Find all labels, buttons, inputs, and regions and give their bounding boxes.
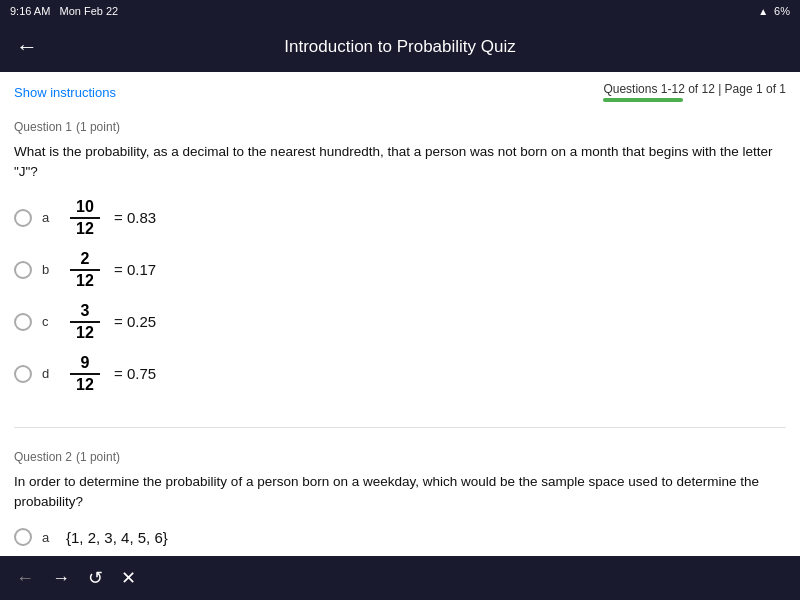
radio-1d[interactable] xyxy=(14,365,32,383)
question-2-number: Question 2 xyxy=(14,450,72,464)
status-date: Mon Feb 22 xyxy=(60,5,119,17)
option-1c[interactable]: c 3 12 = 0.25 xyxy=(14,303,786,341)
question-block-2: Question 2 (1 point) In order to determi… xyxy=(14,448,786,557)
radio-1c[interactable] xyxy=(14,313,32,331)
progress-bar-fill xyxy=(603,98,683,102)
progress-bar xyxy=(603,98,683,102)
option-1a[interactable]: a 10 12 = 0.83 xyxy=(14,199,786,237)
page-title: Introduction to Probability Quiz xyxy=(284,37,516,57)
nav-forward-button[interactable]: → xyxy=(52,568,70,589)
question-2-text: In order to determine the probability of… xyxy=(14,472,786,513)
radio-1a[interactable] xyxy=(14,209,32,227)
top-bar: Show instructions Questions 1-12 of 12 |… xyxy=(0,72,800,108)
equals-1b: = 0.17 xyxy=(114,261,156,278)
show-instructions-link[interactable]: Show instructions xyxy=(14,85,116,100)
option-label-1d: d xyxy=(42,366,56,381)
fraction-1d: 9 12 xyxy=(70,355,100,393)
value-2a: {1, 2, 3, 4, 5, 6} xyxy=(66,529,168,546)
fraction-num-1c: 3 xyxy=(81,303,90,319)
question-1-number: Question 1 xyxy=(14,120,72,134)
close-button[interactable]: ✕ xyxy=(121,567,136,589)
fraction-num-1d: 9 xyxy=(81,355,90,371)
equals-1c: = 0.25 xyxy=(114,313,156,330)
question-2-header: Question 2 (1 point) xyxy=(14,448,786,464)
fraction-den-1a: 12 xyxy=(76,221,94,237)
fraction-num-1a: 10 xyxy=(76,199,94,215)
fraction-den-1c: 12 xyxy=(76,325,94,341)
fraction-bar-1d xyxy=(70,373,100,375)
option-1d[interactable]: d 9 12 = 0.75 xyxy=(14,355,786,393)
equals-1a: = 0.83 xyxy=(114,209,156,226)
status-time-date: 9:16 AM Mon Feb 22 xyxy=(10,5,118,17)
equals-1d: = 0.75 xyxy=(114,365,156,382)
fraction-den-1d: 12 xyxy=(76,377,94,393)
question-block-1: Question 1 (1 point) What is the probabi… xyxy=(14,118,786,428)
wifi-icon xyxy=(758,5,768,17)
question-1-header: Question 1 (1 point) xyxy=(14,118,786,134)
fraction-bar-1a xyxy=(70,217,100,219)
option-label-1a: a xyxy=(42,210,56,225)
option-label-1b: b xyxy=(42,262,56,277)
question-1-points: (1 point) xyxy=(76,120,120,134)
option-2a[interactable]: a {1, 2, 3, 4, 5, 6} xyxy=(14,528,786,546)
battery-level: 6% xyxy=(774,5,790,17)
fraction-num-1b: 2 xyxy=(81,251,90,267)
questions-info: Questions 1-12 of 12 | Page 1 of 1 xyxy=(603,82,786,96)
fraction-bar-1c xyxy=(70,321,100,323)
question-2-points: (1 point) xyxy=(76,450,120,464)
radio-1b[interactable] xyxy=(14,261,32,279)
header: ← Introduction to Probability Quiz xyxy=(0,22,800,72)
radio-2a[interactable] xyxy=(14,528,32,546)
questions-info-container: Questions 1-12 of 12 | Page 1 of 1 xyxy=(603,82,786,102)
status-bar: 9:16 AM Mon Feb 22 6% xyxy=(0,0,800,22)
status-icons: 6% xyxy=(758,5,790,17)
fraction-1b: 2 12 xyxy=(70,251,100,289)
question-1-text: What is the probability, as a decimal to… xyxy=(14,142,786,183)
bottom-nav: ← → ↺ ✕ xyxy=(0,556,800,600)
status-time: 9:16 AM xyxy=(10,5,50,17)
nav-back-button[interactable]: ← xyxy=(16,568,34,589)
refresh-button[interactable]: ↺ xyxy=(88,567,103,589)
quiz-scroll: Question 1 (1 point) What is the probabi… xyxy=(0,108,800,556)
fraction-bar-1b xyxy=(70,269,100,271)
fraction-1a: 10 12 xyxy=(70,199,100,237)
content-area: Show instructions Questions 1-12 of 12 |… xyxy=(0,72,800,556)
back-button[interactable]: ← xyxy=(16,34,38,60)
option-label-1c: c xyxy=(42,314,56,329)
fraction-den-1b: 12 xyxy=(76,273,94,289)
option-1b[interactable]: b 2 12 = 0.17 xyxy=(14,251,786,289)
fraction-1c: 3 12 xyxy=(70,303,100,341)
option-label-2a: a xyxy=(42,530,56,545)
